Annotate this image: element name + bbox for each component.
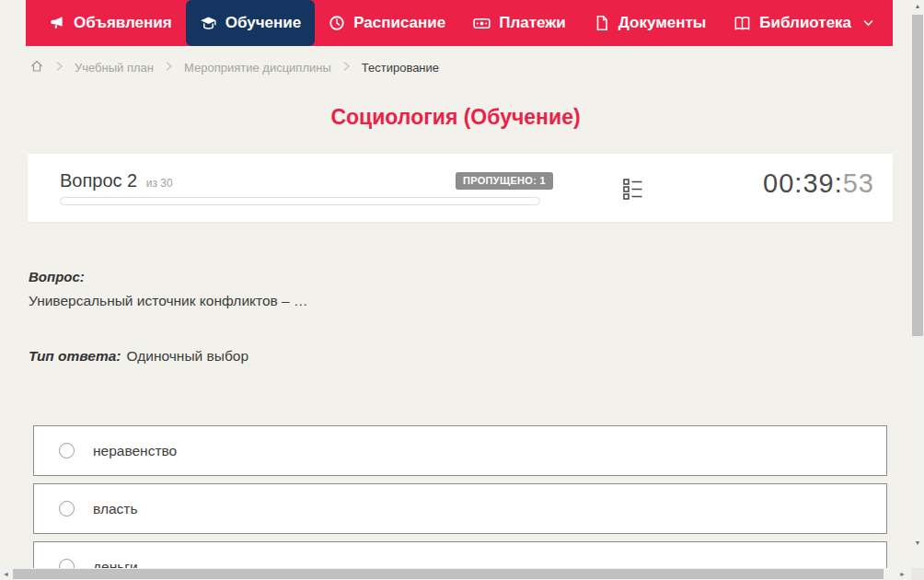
nav-item-announcements[interactable]: Объявления — [35, 0, 186, 46]
breadcrumb-separator-icon — [165, 61, 173, 75]
quiz-progress-bar — [60, 197, 540, 205]
clock-icon — [329, 15, 345, 31]
answer-option-1[interactable]: неравенство — [33, 425, 887, 476]
nav-item-label: Расписание — [353, 14, 445, 32]
breadcrumb-testing: Тестирование — [362, 61, 439, 75]
question-total: из 30 — [146, 177, 173, 190]
nav-item-label: Обучение — [225, 14, 301, 32]
scroll-right-arrow-icon[interactable]: ► — [899, 568, 906, 580]
vertical-scrollbar-thumb[interactable] — [912, 15, 923, 336]
megaphone-icon — [49, 15, 65, 31]
nav-item-label: Объявления — [74, 14, 172, 32]
radio-button-icon[interactable] — [59, 501, 75, 516]
nav-item-learning[interactable]: Обучение — [186, 0, 315, 46]
main-navbar: Объявления Обучение Расписание Платежи Д… — [26, 0, 893, 46]
scroll-up-arrow-icon[interactable]: ▲ — [911, 1, 924, 12]
horizontal-scrollbar-thumb[interactable] — [13, 569, 884, 579]
skipped-badge: ПРОПУЩЕНО: 1 — [456, 172, 553, 190]
breadcrumb-curriculum[interactable]: Учебный план — [75, 61, 154, 75]
vertical-scrollbar[interactable]: ▲ ▼ — [911, 0, 924, 568]
breadcrumb-separator-icon — [342, 61, 351, 75]
quiz-timer: 00:39:53 — [763, 168, 874, 199]
question-number: Вопрос 2 — [60, 170, 137, 191]
home-icon[interactable] — [29, 59, 44, 76]
answer-options: неравенство власть деньги — [33, 425, 887, 580]
nav-item-label: Платежи — [499, 14, 566, 32]
quiz-header-card: Вопрос 2 из 30 ПРОПУЩЕНО: 1 00:39:53 — [28, 154, 893, 222]
nav-item-payments[interactable]: Платежи — [459, 0, 580, 46]
nav-item-library[interactable]: Библиотека — [720, 0, 887, 46]
radio-button-icon[interactable] — [59, 443, 75, 458]
answer-option-label: власть — [93, 501, 137, 517]
page-title: Социология (Обучение) — [0, 105, 911, 130]
timer-hours-minutes: 00:39: — [763, 168, 843, 198]
question-list-icon[interactable] — [620, 175, 646, 204]
answer-option-label: неравенство — [93, 443, 177, 459]
answer-option-2[interactable]: власть — [33, 483, 887, 534]
scroll-left-arrow-icon[interactable]: ◄ — [3, 568, 9, 580]
breadcrumb-separator-icon — [55, 61, 64, 75]
nav-item-label: Библиотека — [759, 14, 851, 32]
document-icon — [594, 15, 610, 31]
horizontal-scrollbar[interactable]: ◄ ► — [0, 568, 911, 580]
question-label: Вопрос: — [29, 269, 85, 284]
breadcrumb-discipline-event[interactable]: Мероприятие дисциплины — [184, 61, 331, 75]
book-icon — [733, 15, 751, 32]
question-counter: Вопрос 2 из 30 — [60, 170, 173, 191]
nav-item-documents[interactable]: Документы — [580, 0, 721, 46]
scroll-down-arrow-icon[interactable]: ▼ — [911, 538, 924, 549]
answer-type-label: Тип ответа: — [29, 348, 121, 364]
question-text: Универсальный источник конфликтов – … — [29, 293, 308, 309]
chevron-down-icon — [863, 19, 873, 27]
nav-item-label: Документы — [618, 14, 707, 32]
answer-type-value: Одиночный выбор — [127, 348, 249, 364]
breadcrumb: Учебный план Мероприятие дисциплины Тест… — [29, 57, 439, 77]
graduation-cap-icon — [200, 15, 217, 32]
timer-seconds: 53 — [843, 168, 874, 198]
wallet-icon — [473, 15, 491, 32]
nav-item-schedule[interactable]: Расписание — [315, 0, 459, 46]
scrollbar-corner — [911, 568, 924, 580]
answer-type-row: Тип ответа:Одиночный выбор — [29, 348, 248, 365]
